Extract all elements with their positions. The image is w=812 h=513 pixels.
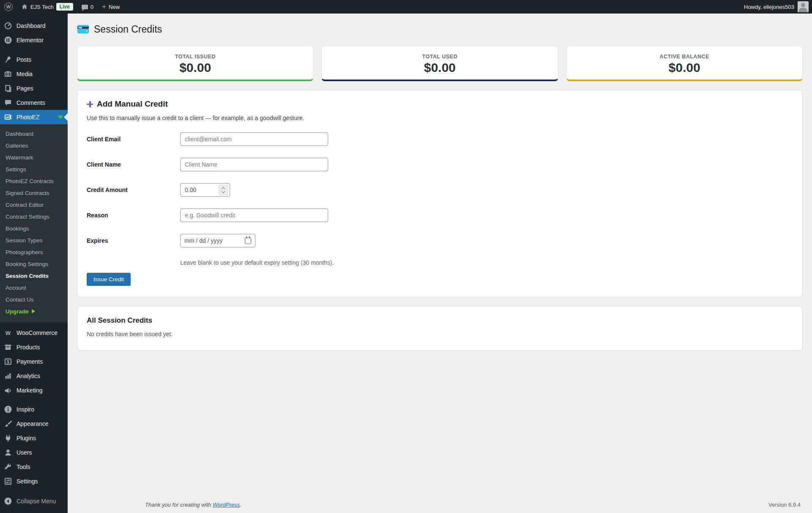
footer-thanks-text: Thank you for creating with [145,502,213,508]
sidebar-item-posts[interactable]: Posts [0,52,68,67]
panel-heading: Add Manual Credit [97,99,168,109]
footer-thanks-period: . [240,502,241,508]
sidebar-item-analytics[interactable]: Analytics [0,369,68,383]
sidebar-item-payments[interactable]: $ Payments [0,354,68,369]
users-icon [4,448,12,457]
submenu-item-galleries[interactable]: Galleries [0,140,68,151]
submenu-label: Contract Editor [5,202,44,208]
submenu-item-watermark[interactable]: Watermark [0,151,68,163]
sidebar-item-label: Marketing [16,387,42,394]
card-total-issued: TOTAL ISSUED $0.00 [77,46,313,81]
avatar[interactable] [798,1,809,12]
sidebar-item-products[interactable]: Products [0,340,68,354]
new-content-button[interactable]: + New [98,0,124,14]
card-value: $0.00 [322,60,557,75]
card-value: $0.00 [77,60,313,75]
submenu-item-upgrade[interactable]: Upgrade [0,305,68,317]
empty-state-message: No credits have been issued yet. [87,331,792,337]
sidebar-item-comments[interactable]: Comments [0,96,68,110]
sidebar-item-label: Appearance [16,420,49,427]
site-name: EJS Tech [30,4,54,10]
svg-text:$: $ [7,359,9,364]
arrow-right-icon [32,309,35,313]
sidebar-item-elementor[interactable]: Elementor [0,33,68,47]
credit-amount-stepper[interactable] [180,183,230,197]
card-label: TOTAL USED [322,54,557,60]
sidebar-item-plugins[interactable]: Plugins [0,431,68,445]
sidebar-item-settings[interactable]: Settings [0,474,68,488]
submenu-label: Dashboard [5,131,33,137]
card-label: TOTAL ISSUED [77,54,313,60]
version-text: Version 6.9.4 [768,502,801,508]
submenu-item-signed-contracts[interactable]: Signed Contracts [0,187,68,199]
submenu-label: Account [5,285,26,291]
submenu-item-account[interactable]: Account [0,282,68,294]
admin-footer: Thank you for creating with WordPress. V… [145,502,801,508]
submenu-label: Upgrade [5,308,29,315]
wordpress-menu-button[interactable]: W [0,0,17,14]
sidebar-item-users[interactable]: Users [0,445,68,460]
sidebar-item-inspiro[interactable]: Inspiro [0,402,68,417]
wordpress-link[interactable]: WordPress [213,502,240,508]
sidebar-item-pages[interactable]: Pages [0,81,68,96]
analytics-icon [4,372,12,380]
submenu-item-contract-editor[interactable]: Contract Editor [0,199,68,211]
site-link[interactable]: EJS Tech Live [17,0,77,14]
settings-icon [4,477,12,486]
account-greeting[interactable]: Howdy, ellejones503 [744,4,794,10]
collapse-menu-button[interactable]: Collapse Menu [0,494,68,508]
submenu-item-session-credits[interactable]: Session Credits [0,270,68,282]
submenu-item-dashboard[interactable]: Dashboard [0,128,68,140]
calendar-icon[interactable] [245,238,251,244]
number-spinner[interactable] [219,185,228,195]
submenu-item-photographers[interactable]: Photographers [0,246,68,258]
submenu-label: Bookings [5,225,29,232]
expires-date-input[interactable]: mm / dd / yyyy [180,234,255,247]
submenu-item-booking-settings[interactable]: Booking Settings [0,258,68,270]
form-row-expires: Expires mm / dd / yyyy [87,234,792,247]
sidebar-item-photoez[interactable]: PhotoEZ [0,110,68,124]
expires-label: Expires [87,234,180,247]
submenu-label: Contract Settings [5,214,49,220]
chevron-down-icon [222,189,225,193]
submenu-item-contract-settings[interactable]: Contract Settings [0,211,68,222]
submenu-label: Settings [5,166,26,173]
client-email-field[interactable] [180,132,328,146]
posts-icon [4,55,12,64]
submenu-item-settings[interactable]: Settings [0,163,68,175]
sidebar-item-tools[interactable]: Tools [0,460,68,474]
payments-icon: $ [4,357,12,366]
sidebar-item-media[interactable]: Media [0,67,68,81]
sidebar-item-appearance[interactable]: Appearance [0,417,68,431]
admin-bar: W EJS Tech Live 0 + New Howdy, ellejones… [0,0,812,14]
sidebar-item-woocommerce[interactable]: W WooCommerce [0,326,68,340]
sidebar-item-label: Comments [16,99,45,106]
plus-icon [87,101,93,107]
submenu-item-contact-us[interactable]: Contact Us [0,294,68,305]
sidebar-item-marketing[interactable]: Marketing [0,383,68,398]
submenu-item-bookings[interactable]: Bookings [0,222,68,234]
footer-thanks: Thank you for creating with WordPress. [145,502,241,508]
sidebar-item-label: Media [16,71,33,77]
credit-amount-label: Credit Amount [87,183,180,197]
sidebar-item-label: Inspiro [16,406,34,413]
submenu-item-session-types[interactable]: Session Types [0,234,68,246]
sidebar-item-label: Payments [16,358,43,365]
chevron-down-icon [58,115,63,119]
appearance-icon [4,420,12,428]
current-page-arrow-icon [64,113,68,121]
submenu-item-photoez-contracts[interactable]: PhotoEZ Contracts [0,175,68,187]
submenu-label: Signed Contracts [5,190,49,196]
reason-field[interactable] [180,208,328,222]
issue-credit-button[interactable]: Issue Credit [87,273,131,286]
date-placeholder: mm / dd / yyyy [184,237,222,244]
main-content: Session Credits TOTAL ISSUED $0.00 TOTAL… [68,14,812,513]
comments-admin-button[interactable]: 0 [77,0,98,14]
submenu-label: Session Credits [5,273,49,279]
form-row-credit-amount: Credit Amount [87,183,792,197]
marketing-icon [4,386,12,395]
client-name-field[interactable] [180,158,328,171]
credit-amount-field[interactable] [185,187,210,193]
expires-help-text: Leave blank to use your default expiry s… [180,259,792,266]
sidebar-item-dashboard[interactable]: Dashboard [0,19,68,33]
